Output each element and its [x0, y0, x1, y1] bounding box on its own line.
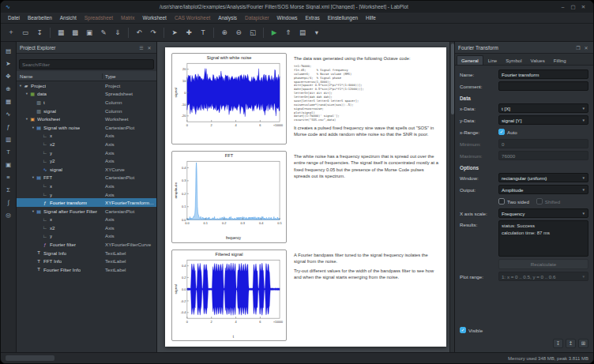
- menu-einstellungen[interactable]: Einstellungen: [324, 13, 362, 22]
- tree-row-fft-info[interactable]: TFFT InfoTextLabel: [17, 257, 156, 265]
- minimize-button[interactable]: –: [558, 4, 568, 10]
- search-input[interactable]: [19, 59, 154, 69]
- menu-datapicker[interactable]: Datapicker: [241, 13, 273, 22]
- visible-checkbox[interactable]: ✓: [460, 327, 466, 333]
- new-matrix-icon[interactable]: ▩: [69, 26, 81, 39]
- tree-row-y[interactable]: ∟yAxis: [17, 232, 156, 241]
- menu-spreadsheet[interactable]: Spreadsheet: [81, 13, 117, 22]
- plot-canvas[interactable]: 20100-10-200246signal×10000: [174, 61, 284, 143]
- dock-float-icon[interactable]: ❐: [574, 45, 582, 51]
- tree-row-fourier-filter[interactable]: ƒFourier filterXYFourierFilterCurve: [17, 240, 156, 249]
- add-histogram-icon[interactable]: ▥: [3, 133, 14, 144]
- menu-ansicht[interactable]: Ansicht: [56, 13, 81, 22]
- comment-input[interactable]: [498, 81, 588, 91]
- panel-menu-icon[interactable]: ☰: [137, 45, 145, 51]
- tree-row-fourier-filter-info[interactable]: TFourier Filter InfoTextLabel: [17, 265, 156, 274]
- plot-canvas[interactable]: 0.40.30.20.10.00.00.10.20.30.40.5amplitu…: [174, 159, 284, 241]
- menu-bearbeiten[interactable]: Bearbeiten: [24, 13, 56, 22]
- tree-row-y[interactable]: ∟yAxis: [17, 190, 156, 199]
- add-legend-icon[interactable]: ≡: [3, 171, 14, 182]
- two-sided-checkbox[interactable]: [498, 198, 505, 205]
- tree-row-project[interactable]: ▾▰ProjectProject: [17, 81, 156, 90]
- template-load-icon[interactable]: ↧: [553, 339, 563, 348]
- tree-row-t[interactable]: ▥tColumn: [17, 98, 156, 107]
- add-text-label-icon[interactable]: T: [3, 146, 14, 157]
- plot-canvas[interactable]: 0.40.20.0-0.2-0.40246signalt×10000: [174, 257, 284, 340]
- new-project-icon[interactable]: ＋: [5, 26, 17, 39]
- open-project-icon[interactable]: ▭: [19, 26, 32, 39]
- tab-general[interactable]: General: [457, 55, 483, 65]
- tree-row-fft[interactable]: ▾▤FFTCartesianPlot: [17, 174, 156, 182]
- tree-row-signal-info[interactable]: TSignal InfoTextLabel: [17, 249, 156, 257]
- new-note-icon[interactable]: ✎: [97, 26, 110, 39]
- tree-row-x[interactable]: ∟xAxis: [17, 132, 156, 141]
- add-equation-curve-icon[interactable]: ƒ: [3, 121, 14, 132]
- x-scale-select[interactable]: Frequency ▼: [498, 208, 588, 218]
- add-plot-icon[interactable]: ▦: [3, 96, 14, 107]
- output-select[interactable]: Amplitude ▼: [498, 185, 588, 194]
- tree-column-header[interactable]: Name Type: [17, 71, 156, 81]
- tree-row-data[interactable]: ▾▦dataSpreadsheet: [17, 90, 156, 99]
- new-spreadsheet-icon[interactable]: ▦: [55, 26, 67, 39]
- select-mode-icon[interactable]: ➤: [168, 26, 181, 39]
- text-mode-icon[interactable]: T: [197, 26, 209, 39]
- plot-range-select[interactable]: 1: x = 0 .. 0.5, y = 0 .. 0.6 ▼: [498, 272, 588, 281]
- dock-close-icon[interactable]: ✕: [582, 45, 590, 51]
- shifted-checkbox[interactable]: [536, 198, 543, 205]
- panel-close-icon[interactable]: ✕: [145, 45, 153, 51]
- pan-tool-icon[interactable]: ✥: [3, 70, 14, 81]
- toolbar-overflow-icon[interactable]: ▾: [310, 26, 323, 39]
- menu-windows[interactable]: Windows: [273, 13, 302, 22]
- zoom-select-tool-icon[interactable]: ⊕: [3, 83, 14, 94]
- column-header-type[interactable]: Type: [103, 73, 156, 79]
- tab-line[interactable]: Line: [484, 56, 502, 65]
- name-input[interactable]: [498, 69, 588, 79]
- new-worksheet-icon[interactable]: ▣: [83, 26, 96, 39]
- save-project-icon[interactable]: ↧: [33, 26, 46, 39]
- menu-matrix[interactable]: Matrix: [117, 13, 138, 22]
- tree-row-signal-with-noise[interactable]: ▾▤Signal with noiseCartesianPlot: [17, 123, 156, 132]
- minimum-input[interactable]: [498, 139, 588, 148]
- cursor-tool-icon[interactable]: ➤: [3, 58, 14, 69]
- presenter-mode-icon[interactable]: ▶: [268, 26, 280, 39]
- print-icon[interactable]: ▤: [296, 26, 309, 39]
- redo-icon[interactable]: ↷: [147, 26, 160, 39]
- tree-row-y2[interactable]: ∟y2Axis: [17, 156, 156, 165]
- maximize-button[interactable]: ▢: [568, 4, 578, 10]
- column-header-name[interactable]: Name: [17, 73, 103, 79]
- plot-signal-with-white-noise[interactable]: Signal with white noise20100-10-200246si…: [171, 53, 287, 144]
- tab-symbol[interactable]: Symbol: [502, 56, 525, 65]
- plot-fft[interactable]: FFT0.40.30.20.10.00.00.10.20.30.40.5ampl…: [171, 151, 287, 242]
- window-select[interactable]: rectangular (uniform) ▼: [498, 173, 588, 182]
- tree-row-x[interactable]: ∟xAxis: [17, 182, 156, 190]
- add-curve-icon[interactable]: ∿: [3, 108, 14, 119]
- copy-settings-icon[interactable]: ⊞: [578, 339, 588, 348]
- menu-worksheet[interactable]: Worksheet: [138, 13, 170, 22]
- tree-row-worksheet[interactable]: ▾▣WorksheetWorksheet: [17, 114, 156, 123]
- zoom-out-icon[interactable]: ⊖: [232, 26, 245, 39]
- menu-hilfe[interactable]: Hilfe: [362, 13, 380, 22]
- scrollbar-thumb[interactable]: [451, 43, 454, 114]
- export-icon[interactable]: ⇑: [282, 26, 295, 39]
- tree-row-x2[interactable]: ∟x2Axis: [17, 140, 156, 148]
- y-data-select[interactable]: signal [Y] ▼: [498, 115, 588, 125]
- menu-datei[interactable]: Datei: [4, 13, 24, 22]
- worksheet-view[interactable]: Signal with white noise20100-10-200246si…: [157, 42, 454, 352]
- tree-row-fourier-transform[interactable]: ƒFourier transformXYFourierTransformCurv…: [17, 198, 156, 207]
- crosshair-mode-icon[interactable]: ✚: [182, 26, 195, 39]
- tree-row-signal[interactable]: ▥signalColumn: [17, 107, 156, 115]
- data-picker-icon[interactable]: ◎: [3, 209, 14, 220]
- menu-analysis[interactable]: Analysis: [214, 13, 241, 22]
- maximum-input[interactable]: [498, 151, 588, 160]
- menu-cas-worksheet[interactable]: CAS Worksheet: [171, 13, 214, 22]
- undo-icon[interactable]: ↶: [133, 26, 145, 39]
- menu-extras[interactable]: Extras: [302, 13, 324, 22]
- tab-values[interactable]: Values: [527, 56, 549, 65]
- worksheet-vertical-scrollbar[interactable]: [449, 42, 454, 352]
- fourier-transform-tool-icon[interactable]: ∫: [3, 197, 14, 208]
- tree-row-x[interactable]: ∟xAxis: [17, 216, 156, 224]
- tree-row-x2[interactable]: ∟x2Axis: [17, 223, 156, 232]
- template-save-icon[interactable]: ↥: [566, 339, 576, 348]
- x-data-select[interactable]: t [X] ▼: [498, 103, 588, 113]
- auto-checkbox[interactable]: ✓: [498, 129, 505, 135]
